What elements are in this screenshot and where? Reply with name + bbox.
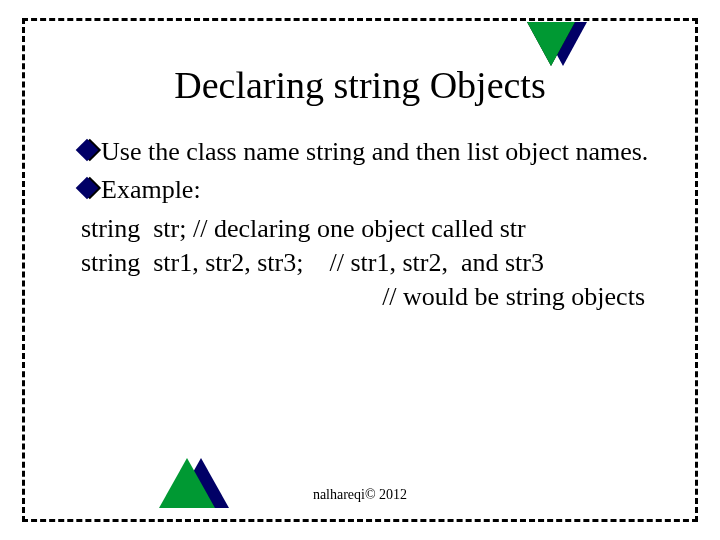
slide-title: Declaring string Objects bbox=[25, 63, 695, 107]
bullet-line-2: Example: bbox=[79, 173, 655, 207]
bullet-1-posttext: and then list object names. bbox=[365, 137, 648, 166]
bullet-2-text: Example: bbox=[101, 175, 201, 204]
bullet-1-keyword: string bbox=[306, 137, 365, 166]
code-line-3: // would be string objects bbox=[79, 280, 655, 314]
slide-border: Declaring string Objects Use the class n… bbox=[22, 18, 698, 522]
code-line-2: string str1, str2, str3; // str1, str2, … bbox=[79, 246, 655, 280]
diamond-bullet-icon bbox=[76, 177, 99, 200]
code-line-1: string str; // declaring one object call… bbox=[79, 212, 655, 246]
triangle-down-front-icon bbox=[527, 22, 575, 66]
bullet-line-1: Use the class name string and then list … bbox=[79, 135, 655, 169]
slide-content: Use the class name string and then list … bbox=[25, 135, 695, 315]
footer-text: nalhareqi© 2012 bbox=[25, 487, 695, 503]
bullet-1-pretext: Use the class name bbox=[101, 137, 306, 166]
diamond-bullet-icon bbox=[76, 139, 99, 162]
